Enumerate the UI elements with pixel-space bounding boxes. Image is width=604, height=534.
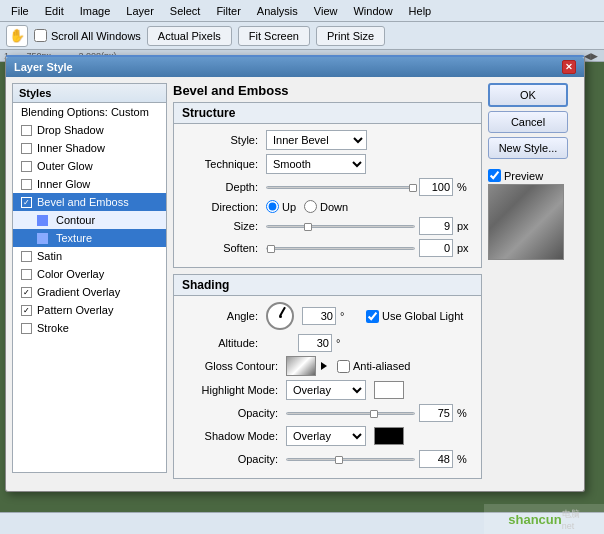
style-select[interactable]: Inner Bevel Outer Bevel Emboss Pillow Em…: [266, 130, 367, 150]
direction-up-radio[interactable]: Up: [266, 200, 296, 213]
menu-filter[interactable]: Filter: [209, 3, 247, 19]
contour-item[interactable]: Contour: [13, 211, 166, 229]
highlight-opacity-slider[interactable]: [286, 412, 415, 415]
menu-file[interactable]: File: [4, 3, 36, 19]
inner-shadow-item[interactable]: Inner Shadow: [13, 139, 166, 157]
shadow-opacity-input[interactable]: [419, 450, 453, 468]
altitude-unit: °: [336, 337, 352, 349]
shadow-opacity-thumb[interactable]: [335, 456, 343, 464]
direction-down-label: Down: [320, 201, 348, 213]
gradient-overlay-item[interactable]: Gradient Overlay: [13, 283, 166, 301]
altitude-row: Altitude: °: [182, 334, 473, 352]
stroke-checkbox[interactable]: [21, 323, 32, 334]
angle-input[interactable]: [302, 307, 336, 325]
global-light-label: Use Global Light: [382, 310, 463, 322]
print-size-button[interactable]: Print Size: [316, 26, 385, 46]
pattern-overlay-checkbox[interactable]: [21, 305, 32, 316]
ok-button[interactable]: OK: [488, 83, 568, 107]
size-row: Size: px: [182, 217, 473, 235]
hand-tool-icon[interactable]: ✋: [6, 25, 28, 47]
scroll-all-windows-row: Scroll All Windows: [34, 29, 141, 42]
bevel-emboss-checkbox[interactable]: [21, 197, 32, 208]
menu-image[interactable]: Image: [73, 3, 118, 19]
depth-slider-thumb[interactable]: [409, 184, 417, 192]
gloss-contour-preview[interactable]: [286, 356, 316, 376]
highlight-opacity-input[interactable]: [419, 404, 453, 422]
shadow-color-swatch[interactable]: [374, 427, 404, 445]
structure-body: Style: Inner Bevel Outer Bevel Emboss Pi…: [174, 124, 481, 267]
scroll-all-windows-checkbox[interactable]: [34, 29, 47, 42]
satin-item[interactable]: Satin: [13, 247, 166, 265]
cancel-button[interactable]: Cancel: [488, 111, 568, 133]
menu-edit[interactable]: Edit: [38, 3, 71, 19]
inner-shadow-checkbox[interactable]: [21, 143, 32, 154]
color-overlay-label: Color Overlay: [37, 268, 104, 280]
drop-shadow-item[interactable]: Drop Shadow: [13, 121, 166, 139]
global-light-row: Use Global Light: [366, 310, 463, 323]
structure-title: Structure: [174, 103, 481, 124]
gloss-contour-arrow[interactable]: [321, 362, 327, 370]
depth-input[interactable]: [419, 178, 453, 196]
actual-pixels-button[interactable]: Actual Pixels: [147, 26, 232, 46]
dialog-close-button[interactable]: ✕: [562, 60, 576, 74]
texture-item[interactable]: Texture: [13, 229, 166, 247]
menu-window[interactable]: Window: [346, 3, 399, 19]
color-overlay-checkbox[interactable]: [21, 269, 32, 280]
global-light-checkbox[interactable]: [366, 310, 379, 323]
gradient-overlay-checkbox[interactable]: [21, 287, 32, 298]
direction-down-input[interactable]: [304, 200, 317, 213]
bevel-emboss-label: Bevel and Emboss: [37, 196, 129, 208]
stroke-item[interactable]: Stroke: [13, 319, 166, 337]
blending-options-item[interactable]: Blending Options: Custom: [13, 103, 166, 121]
menu-layer[interactable]: Layer: [119, 3, 161, 19]
size-input[interactable]: [419, 217, 453, 235]
shading-body: Angle: ° Use Global Light Altitude: [174, 296, 481, 478]
highlight-opacity-unit: %: [457, 407, 473, 419]
bevel-emboss-item[interactable]: Bevel and Emboss: [13, 193, 166, 211]
highlight-mode-label: Highlight Mode:: [182, 384, 282, 396]
pattern-overlay-item[interactable]: Pattern Overlay: [13, 301, 166, 319]
stroke-label: Stroke: [37, 322, 69, 334]
menu-help[interactable]: Help: [402, 3, 439, 19]
size-slider-thumb[interactable]: [304, 223, 312, 231]
shadow-mode-select[interactable]: Overlay Normal Multiply: [286, 426, 366, 446]
drop-shadow-checkbox[interactable]: [21, 125, 32, 136]
outer-glow-item[interactable]: Outer Glow: [13, 157, 166, 175]
menu-view[interactable]: View: [307, 3, 345, 19]
gloss-contour-label: Gloss Contour:: [182, 360, 282, 372]
size-slider[interactable]: [266, 225, 415, 228]
fit-screen-button[interactable]: Fit Screen: [238, 26, 310, 46]
depth-row: Depth: %: [182, 178, 473, 196]
soften-slider[interactable]: [266, 247, 415, 250]
anti-aliased-checkbox[interactable]: [337, 360, 350, 373]
highlight-mode-row: Highlight Mode: Overlay Normal Screen: [182, 380, 473, 400]
altitude-input[interactable]: [298, 334, 332, 352]
angle-dial[interactable]: [266, 302, 294, 330]
shadow-opacity-slider[interactable]: [286, 458, 415, 461]
depth-slider[interactable]: [266, 186, 415, 189]
highlight-color-swatch[interactable]: [374, 381, 404, 399]
preview-checkbox[interactable]: [488, 169, 501, 182]
inner-glow-checkbox[interactable]: [21, 179, 32, 190]
satin-checkbox[interactable]: [21, 251, 32, 262]
color-overlay-item[interactable]: Color Overlay: [13, 265, 166, 283]
technique-row: Technique: Smooth Chisel Hard Chisel Sof…: [182, 154, 473, 174]
highlight-opacity-thumb[interactable]: [370, 410, 378, 418]
shadow-opacity-row: Opacity: %: [182, 450, 473, 468]
ruler-arrows: ◀▶: [584, 51, 598, 61]
contour-label: Contour: [56, 214, 95, 226]
soften-slider-thumb[interactable]: [267, 245, 275, 253]
menu-analysis[interactable]: Analysis: [250, 3, 305, 19]
direction-up-input[interactable]: [266, 200, 279, 213]
structure-section: Structure Style: Inner Bevel Outer Bevel…: [173, 102, 482, 268]
inner-glow-item[interactable]: Inner Glow: [13, 175, 166, 193]
highlight-mode-select[interactable]: Overlay Normal Screen: [286, 380, 366, 400]
direction-down-radio[interactable]: Down: [304, 200, 348, 213]
inner-shadow-label: Inner Shadow: [37, 142, 105, 154]
menu-select[interactable]: Select: [163, 3, 208, 19]
direction-radio-group: Up Down: [266, 200, 348, 213]
outer-glow-checkbox[interactable]: [21, 161, 32, 172]
new-style-button[interactable]: New Style...: [488, 137, 568, 159]
soften-input[interactable]: [419, 239, 453, 257]
technique-select[interactable]: Smooth Chisel Hard Chisel Soft: [266, 154, 366, 174]
